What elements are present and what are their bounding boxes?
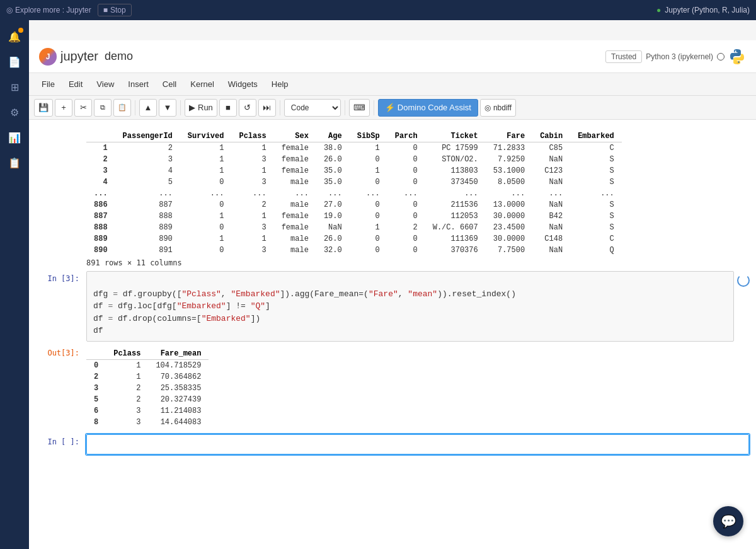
menu-view[interactable]: View (90, 77, 120, 91)
table-cell: 30.0000 (486, 211, 532, 222)
table-cell: C148 (532, 233, 570, 245)
notebook-content: PassengerId Survived Pclass Sex Age SibS… (29, 120, 756, 549)
menu-edit[interactable]: Edit (62, 77, 89, 91)
toolbar-separator-4 (345, 100, 345, 115)
table-cell: 887 (115, 199, 180, 211)
table-cell: 1 (231, 142, 273, 154)
row-index: 1 (86, 142, 115, 154)
table-row: .................................... (86, 188, 622, 199)
table-cell: 0 (350, 233, 387, 245)
explore-more-button[interactable]: ◎ Explore more : Jupyter (6, 6, 91, 14)
menu-kernel[interactable]: Kernel (184, 77, 220, 91)
menu-file[interactable]: File (35, 77, 61, 91)
code-str7: "Embarked" (202, 314, 251, 323)
paste-cell-button[interactable]: 📋 (113, 99, 131, 117)
table-cell: NaN (532, 154, 570, 165)
table-cell: 5 (115, 176, 180, 188)
stop-execution-button[interactable]: ■ (219, 99, 237, 117)
table-cell: 2 (106, 394, 148, 405)
table-cell: NaN (532, 199, 570, 211)
sidebar-item-document[interactable]: 📄 (3, 50, 26, 73)
move-down-button[interactable]: ▼ (159, 99, 176, 117)
cell-type-select[interactable]: Code Markdown Raw (284, 99, 341, 117)
code-comma: , (221, 289, 231, 299)
code-line4: df (93, 326, 103, 335)
table-cell: 1 (231, 233, 273, 245)
domino-code-assist-button[interactable]: ⚡ Domino Code Assist (378, 99, 478, 117)
notebook-container: J jupyter demo Trusted Python 3 (ipykern… (29, 40, 756, 549)
menu-help[interactable]: Help (265, 77, 295, 91)
table-cell: 1 (350, 165, 387, 176)
table-cell: C85 (532, 142, 570, 154)
explore-icon: ◎ (6, 6, 13, 14)
empty-code-input[interactable] (86, 434, 749, 454)
table-cell: 373450 (425, 176, 486, 188)
save-button[interactable]: 💾 (34, 99, 53, 117)
table-cell: 0 (387, 176, 425, 188)
row-index: 887 (86, 211, 115, 222)
paste-icon: 📋 (118, 103, 127, 112)
sidebar-item-settings[interactable]: ⚙ (3, 101, 26, 124)
table-cell: 27.0 (316, 199, 350, 211)
domino-label: Domino Code Assist (398, 103, 471, 112)
copy-icon: ⧉ (100, 103, 105, 112)
sidebar-item-notification[interactable]: 🔔 (3, 25, 26, 48)
table-cell: 7.9250 (486, 154, 532, 165)
table-row: 88688702male27.00021153613.0000NaNS (86, 199, 622, 211)
notebook-title[interactable]: demo (105, 50, 133, 63)
table-cell: 104.718529 (148, 359, 209, 371)
table-cell: W./C. 6607 (425, 222, 486, 233)
run-label: Run (198, 103, 213, 112)
output-table-1: PassengerId Survived Pclass Sex Age SibS… (86, 130, 622, 256)
sidebar-item-book[interactable]: 📋 (3, 151, 26, 174)
code-op: = (108, 289, 122, 299)
kernel-info-top: ● Jupyter (Python, R, Julia) (656, 6, 750, 14)
cut-cell-button[interactable]: ✂ (74, 99, 92, 117)
fast-forward-button[interactable]: ⏭ (258, 99, 276, 117)
table-cell: NaN (316, 222, 350, 233)
col-header-sibsp: SibSp (350, 130, 387, 142)
code-line3c: ]) (251, 314, 261, 323)
table-cell: 0 (350, 245, 387, 256)
table-cell: 1 (350, 222, 387, 233)
stop-button[interactable]: ■ Stop (98, 4, 132, 16)
code-str3: "Fare" (369, 289, 398, 299)
row-index: 6 (86, 405, 106, 417)
row-index: 8 (86, 417, 106, 428)
cell-input-3: In [3]: dfg = df.groupby(["Pclass", "Emb… (35, 269, 750, 344)
row-index: 886 (86, 199, 115, 211)
chart-icon: 📊 (8, 132, 21, 144)
table-cell: 1 (231, 165, 273, 176)
table-cell: S (570, 154, 622, 165)
restart-kernel-button[interactable]: ↺ (239, 99, 256, 117)
table-cell: NaN (532, 222, 570, 233)
code-input-3[interactable]: dfg = df.groupby(["Pclass", "Embarked"])… (86, 271, 734, 342)
table-cell: ... (486, 188, 532, 199)
table-cell: S (570, 211, 622, 222)
cell-body-in3[interactable]: dfg = df.groupby(["Pclass", "Embarked"])… (86, 270, 735, 342)
sidebar-item-chart[interactable]: 📊 (3, 126, 26, 149)
run-icon: ▶ (189, 103, 195, 112)
save-icon: 💾 (38, 103, 49, 112)
sidebar-item-grid[interactable]: ⊞ (3, 76, 26, 98)
table-cell: female (274, 142, 316, 154)
code-op2: = (103, 301, 118, 311)
table-cell: S (570, 165, 622, 176)
table-cell: ... (115, 188, 180, 199)
add-cell-button[interactable]: + (55, 99, 72, 117)
menu-cell[interactable]: Cell (156, 77, 183, 91)
menu-widgets[interactable]: Widgets (222, 77, 264, 91)
menu-insert[interactable]: Insert (122, 77, 155, 91)
copy-cell-button[interactable]: ⧉ (94, 99, 112, 117)
output-table-small: Pclass Fare_mean 01104.7185292170.364862… (86, 348, 209, 428)
row-index: 3 (86, 383, 106, 394)
table-cell: PC 17599 (425, 142, 486, 154)
grid-icon: ⊞ (11, 81, 19, 93)
chat-button[interactable]: 💬 (713, 506, 743, 536)
keyboard-shortcuts-button[interactable]: ⌨ (349, 99, 370, 117)
table-cell: 35.0 (316, 176, 350, 188)
move-up-button[interactable]: ▲ (139, 99, 157, 117)
table-cell: 0 (180, 245, 232, 256)
run-button[interactable]: ▶ Run (185, 99, 217, 117)
nbdiff-button[interactable]: ◎ nbdiff (480, 99, 516, 117)
